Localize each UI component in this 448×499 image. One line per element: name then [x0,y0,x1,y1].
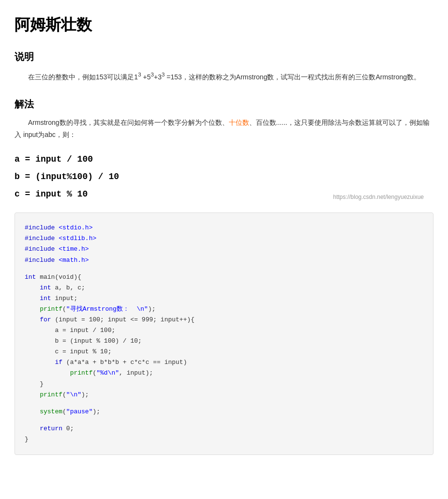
code-line-5: int main(void){ [25,272,423,283]
code-line-6: int a, b, c; [25,283,423,293]
code-line-16: printf("\n"); [25,390,423,400]
formula-block: a = input / 100 b = (input%100) / 10 c =… [15,151,433,203]
description-section: 说明 在三位的整数中，例如153可以满足13 +53+33 =153，这样的数称… [15,50,433,83]
code-line-11: b = (input % 100) / 10; [25,336,423,347]
description-heading: 说明 [15,50,433,63]
code-line-3: #include <time.h> [25,244,423,255]
code-line-15: } [25,379,423,390]
code-line-2: #include <stdlib.h> [25,233,423,244]
page-title: 阿姆斯壮数 [15,15,433,36]
code-line-19: } [25,434,423,445]
code-line-9: for (input = 100; input <= 999; input++)… [25,315,423,325]
watermark: https://blog.csdn.net/lengyuezuixue [333,191,424,203]
code-line-14: printf("%d\n", input); [25,368,423,378]
code-block: #include <stdio.h> #include <stdlib.h> #… [15,212,433,455]
code-line-8: printf("寻找Armstrong数： \n"); [25,304,423,315]
code-line-18: return 0; [25,423,423,434]
description-text: 在三位的整数中，例如153可以满足13 +53+33 =153，这样的数称之为A… [15,69,433,83]
code-line-4: #include <math.h> [25,255,423,266]
code-empty-2 [25,400,423,407]
code-line-7: int input; [25,293,423,304]
solution-heading: 解法 [15,98,433,111]
code-line-12: c = input % 10; [25,347,423,357]
code-line-1: #include <stdio.h> [25,223,423,233]
solution-section: 解法 Armstrong数的寻找，其实就是在问如何将一个数字分解为个位数、十位数… [15,98,433,455]
code-empty-1 [25,266,423,272]
code-empty-3 [25,417,423,423]
code-line-10: a = input / 100; [25,325,423,336]
code-line-17: system("pause"); [25,407,423,417]
solution-text: Armstrong数的寻找，其实就是在问如何将一个数字分解为个位数、十位数、百位… [15,117,433,141]
code-line-13: if (a*a*a + b*b*b + c*c*c == input) [25,357,423,368]
formula-a: a = input / 100 [15,151,433,168]
formula-b: b = (input%100) / 10 [15,168,433,185]
